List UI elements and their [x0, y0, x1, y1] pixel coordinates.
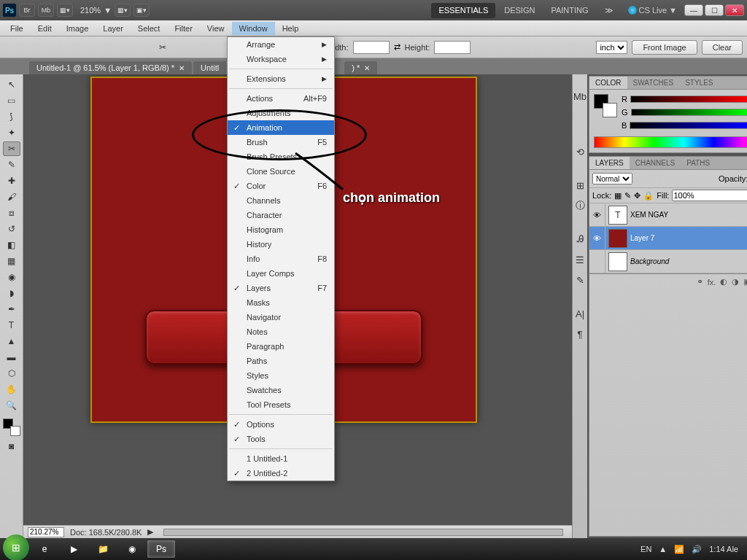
height-input[interactable] [434, 41, 471, 54]
menu-character[interactable]: Character [228, 208, 334, 222]
menu-masks[interactable]: Masks [228, 295, 334, 310]
tray-flag-icon[interactable]: ▲ [659, 545, 667, 553]
workspace-painting[interactable]: PAINTING [543, 3, 595, 18]
color-swatch-pair[interactable] [594, 94, 617, 117]
blur-tool[interactable]: ◉ [3, 270, 20, 284]
type-tool[interactable]: T [3, 318, 20, 332]
menu-tools[interactable]: ✓Tools [228, 432, 334, 446]
scrollbar-horizontal[interactable] [163, 529, 563, 536]
menu-arrange[interactable]: Arrange▶ [228, 37, 334, 52]
menu-extensions[interactable]: Extensions▶ [228, 71, 334, 86]
layers-tab[interactable]: LAYERS [589, 157, 630, 169]
width-input[interactable] [353, 41, 390, 54]
lock-paint-icon[interactable]: ✎ [624, 191, 631, 201]
swap-wh-icon[interactable]: ⇄ [394, 42, 400, 52]
para-icon[interactable]: ¶ [573, 327, 587, 341]
menu-view[interactable]: View [200, 22, 232, 35]
view-extras-button[interactable]: ▦▾ [57, 4, 73, 17]
menu-file[interactable]: File [3, 22, 31, 35]
cs-live-button[interactable]: CS Live ▼ [628, 6, 677, 15]
tray-volume-icon[interactable]: 🔊 [692, 545, 702, 554]
lock-all-icon[interactable]: 🔒 [643, 191, 654, 201]
marquee-tool[interactable]: ▭ [3, 93, 20, 108]
char2-icon[interactable]: A| [573, 306, 587, 321]
gradient-tool[interactable]: ▦ [3, 254, 20, 268]
stamp-tool[interactable]: ⧈ [3, 206, 20, 220]
screen-mode-button[interactable]: ▣▾ [133, 4, 150, 17]
start-button[interactable]: ⊞ [3, 534, 29, 560]
styles-tab[interactable]: STYLES [679, 77, 719, 89]
menu-channels[interactable]: Channels [228, 193, 334, 208]
status-zoom-input[interactable] [28, 527, 64, 537]
channels-tab[interactable]: CHANNELS [630, 157, 681, 169]
eyedropper-tool[interactable]: ✎ [3, 158, 20, 172]
layer-name[interactable]: Background [630, 257, 669, 265]
history-brush-tool[interactable]: ↺ [3, 222, 20, 236]
menu-actions[interactable]: ActionsAlt+F9 [228, 91, 334, 106]
visibility-toggle[interactable] [589, 250, 605, 273]
menu-navigator[interactable]: Navigator [228, 310, 334, 324]
brushp-icon[interactable]: ✎ [573, 273, 587, 287]
brush-icon[interactable]: ☰ [573, 252, 587, 267]
menu-layer-comps[interactable]: Layer Comps [228, 266, 334, 281]
layer-name[interactable]: XEM NGAY [630, 211, 668, 219]
swatches-tab[interactable]: SWATCHES [627, 77, 680, 89]
red-slider[interactable] [630, 96, 747, 103]
char-icon[interactable]: Ꭿ [573, 232, 587, 246]
color-tab[interactable]: COLOR [589, 77, 627, 89]
menu-doc[interactable]: 1 Untitled-1 [228, 451, 334, 466]
healing-tool[interactable]: ✚ [3, 174, 20, 188]
window-minimize[interactable]: — [684, 4, 703, 16]
menu-doc[interactable]: ✓2 Untitled-2 [228, 466, 334, 481]
history-icon[interactable]: ⟲ [573, 144, 587, 159]
workspace-design[interactable]: DESIGN [497, 3, 542, 18]
dodge-tool[interactable]: ◗ [3, 286, 20, 300]
front-image-button[interactable]: Front Image [632, 40, 697, 55]
group-icon[interactable]: ▣ [743, 277, 747, 287]
menu-brush[interactable]: BrushF5 [228, 135, 334, 149]
wand-tool[interactable]: ✦ [3, 125, 20, 140]
minibridge-icon[interactable]: Mb [573, 89, 587, 104]
task-ie[interactable]: e [31, 540, 58, 558]
nav-icon[interactable]: ⊞ [573, 178, 587, 192]
close-icon[interactable]: ✕ [364, 64, 370, 72]
task-explorer[interactable]: 📁 [89, 540, 117, 558]
crop-tool[interactable]: ✂ [3, 141, 20, 156]
zoom-tool[interactable]: 🔍 [3, 398, 20, 413]
task-photoshop[interactable]: Ps [147, 540, 175, 558]
lasso-tool[interactable]: ⟆ [3, 109, 20, 124]
fg-bg-colors[interactable] [3, 419, 20, 436]
3d-tool[interactable]: ⬡ [3, 366, 20, 381]
window-close[interactable]: ✕ [725, 4, 744, 16]
layer-row[interactable]: 👁 T XEM NGAY [589, 203, 747, 227]
menu-notes[interactable]: Notes [228, 324, 334, 339]
menu-tool-presets[interactable]: Tool Presets [228, 397, 334, 412]
doc-tab-2[interactable]: Untitl [193, 61, 226, 74]
workspace-essentials[interactable]: ESSENTIALS [431, 3, 495, 18]
zoom-level[interactable]: 210% ▼ [80, 6, 112, 15]
paths-tab[interactable]: PATHS [681, 157, 716, 169]
menu-color[interactable]: ✓ColorF6 [228, 179, 334, 193]
lock-position-icon[interactable]: ✥ [634, 191, 640, 201]
menu-histogram[interactable]: Histogram [228, 222, 334, 237]
minibridge-button[interactable]: Mb [38, 4, 54, 17]
fill-input[interactable] [672, 190, 747, 201]
menu-brush-presets[interactable]: Brush Presets [228, 149, 334, 164]
window-maximize[interactable]: ☐ [705, 4, 724, 16]
menu-clone-source[interactable]: Clone Source [228, 164, 334, 179]
clear-button[interactable]: Clear [702, 40, 743, 55]
layer-row[interactable]: 👁 Layer 7 [589, 227, 747, 250]
workspace-more[interactable]: ≫ [597, 3, 621, 18]
tray-network-icon[interactable]: 📶 [674, 545, 684, 554]
blend-mode-select[interactable]: Normal [592, 173, 632, 184]
menu-animation[interactable]: ✓Animation [228, 120, 334, 135]
color-spectrum[interactable] [594, 136, 747, 148]
layer-row[interactable]: Background 🔒 [589, 250, 747, 273]
arrange-docs-button[interactable]: ▦▾ [115, 4, 131, 17]
path-select-tool[interactable]: ▲ [3, 334, 20, 349]
quickmask-tool[interactable]: ◙ [3, 439, 20, 454]
pen-tool[interactable]: ✒ [3, 302, 20, 316]
menu-window[interactable]: Window [232, 22, 275, 35]
task-wmp[interactable]: ▶ [60, 540, 88, 558]
layer-fx-icon[interactable]: fx. [708, 278, 716, 287]
